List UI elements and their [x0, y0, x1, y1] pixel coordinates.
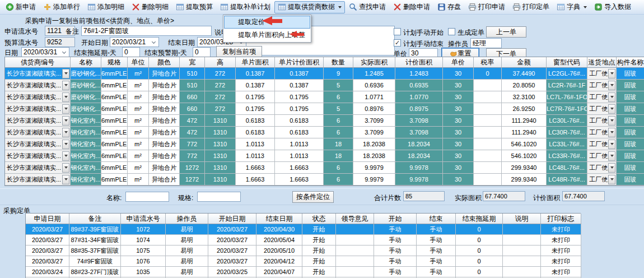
cell-piece-priced-area[interactable]: 0.6183	[275, 115, 324, 127]
combo-arrow-icon[interactable]	[608, 140, 615, 149]
cell-piece-priced-area[interactable]: 1.6663	[275, 162, 324, 174]
combo-arrow-icon[interactable]	[62, 128, 69, 137]
column-header-height[interactable]: 高	[205, 57, 236, 68]
cell-delivery-location[interactable]: 工厂使用	[587, 115, 617, 127]
cell-piece-area[interactable]: 0.6183	[236, 127, 275, 138]
cell-priced-area[interactable]: 3.7098	[395, 115, 443, 127]
previous-order-button[interactable]: 上一单	[486, 26, 526, 38]
cell-component-name[interactable]: 固玻	[617, 68, 644, 80]
cell-window-code[interactable]: LC33R-76#...	[547, 150, 587, 162]
cell-qty[interactable]: 18	[324, 138, 353, 150]
table-row[interactable]: 长沙市潇湘玻璃实...钢化室内...6mmPLE...m²异地合片7721310…	[5, 138, 643, 150]
table-row[interactable]: 长沙市潇湘玻璃实...磨砂钢化...6mmPLE...m²异地合片5102720…	[5, 80, 643, 91]
column-header-actual-area[interactable]: 实际面积	[353, 57, 395, 68]
combo-arrow-icon[interactable]	[608, 163, 615, 173]
cell-actual-area[interactable]: 0.6936	[353, 80, 395, 91]
table-row[interactable]: 长沙市潇湘玻璃实...钢化室内...6mmPLE...m²异地合片4721310…	[5, 127, 643, 138]
cell-piece-priced-area[interactable]: 1.0113	[275, 138, 324, 150]
cell-note[interactable]	[503, 256, 541, 267]
combo-arrow-icon[interactable]	[62, 151, 69, 161]
combo-arrow-icon[interactable]	[608, 81, 615, 90]
cell-height[interactable]: 272	[205, 80, 236, 91]
cell-start[interactable]: 手动	[374, 224, 417, 235]
combo-arrow-icon[interactable]	[62, 163, 69, 173]
cell-supplier[interactable]: 长沙市潇湘玻璃实...	[5, 115, 71, 127]
table-row[interactable]: 2020/03/2488#23-27F门顶玻1035易明2020/03/2520…	[26, 267, 580, 277]
cell-width[interactable]: 510	[180, 80, 205, 91]
chevron-down-icon[interactable]	[152, 39, 156, 43]
cell-window-code[interactable]: LC30R-76#...	[547, 127, 587, 138]
cell-piece-area[interactable]: 1.6663	[236, 174, 275, 186]
cell-piece-priced-area[interactable]: 0.1387	[275, 80, 324, 91]
cell-start[interactable]: 手动	[374, 267, 417, 277]
cell-note[interactable]	[503, 267, 541, 277]
column-header-component-name[interactable]: 构件名称	[617, 57, 644, 68]
cell-tax-rate[interactable]: 0	[474, 68, 502, 80]
column-header-qty[interactable]: 数量	[324, 57, 353, 68]
cell-amount[interactable]: 20.8050	[502, 80, 547, 91]
column-header-color[interactable]: 颜色	[149, 57, 180, 68]
cell-unit-price[interactable]: 30	[443, 162, 474, 174]
cell-print-flag[interactable]: 未打印	[541, 256, 581, 267]
column-header-serial-no[interactable]: 申请流水号	[121, 214, 166, 224]
cell-note[interactable]	[503, 224, 541, 235]
cell-delivery-location[interactable]: 工厂使用	[587, 68, 617, 80]
cell-component-name[interactable]: 固玻	[617, 103, 644, 115]
chevron-down-icon[interactable]	[62, 49, 66, 53]
cell-priced-area[interactable]: 1.2483	[395, 68, 443, 80]
locate-by-condition-button[interactable]: 按条件定位	[292, 191, 334, 203]
cell-serial-no[interactable]: 1074	[121, 235, 166, 245]
cell-spec[interactable]: 6mmPLE...	[101, 115, 128, 127]
column-header-apply-date[interactable]: 申请日期	[26, 214, 69, 224]
cell-print-flag[interactable]: 未打印	[541, 224, 581, 235]
cell-name[interactable]: 钢化室内...	[71, 138, 101, 150]
table-row[interactable]: 长沙市潇湘玻璃实...磨砂钢化...6mmPLE...m²异地合片6602720…	[5, 91, 643, 103]
name-filter-input[interactable]	[125, 192, 169, 202]
cell-name[interactable]: 磨砂钢化...	[71, 103, 101, 115]
cell-piece-area[interactable]: 1.0113	[236, 150, 275, 162]
cell-delivery-location[interactable]: 工厂使用	[587, 91, 617, 103]
cell-color[interactable]: 异地合片	[149, 174, 180, 186]
combo-arrow-icon[interactable]	[608, 175, 615, 184]
cell-amount[interactable]: 26.9250	[502, 103, 547, 115]
cell-width[interactable]: 660	[180, 91, 205, 103]
cell-start-date[interactable]: 2020/03/27	[208, 245, 256, 256]
cell-delivery-location[interactable]: 工厂使用	[587, 127, 617, 138]
cell-start-date[interactable]: 2020/03/27	[208, 235, 256, 245]
cell-width[interactable]: 660	[180, 103, 205, 115]
column-header-start[interactable]: 开始	[374, 214, 417, 224]
cell-unit-price[interactable]: 30	[443, 103, 474, 115]
cell-piece-area[interactable]: 0.1387	[236, 68, 275, 80]
column-header-end[interactable]: 结束	[417, 214, 456, 224]
cell-priced-area[interactable]: 18.2034	[395, 150, 443, 162]
column-header-spec[interactable]: 规格	[101, 57, 128, 68]
cell-priced-area[interactable]: 18.2034	[395, 138, 443, 150]
spec-filter-input[interactable]	[197, 192, 241, 202]
cell-delivery-location[interactable]: 工厂使用	[587, 80, 617, 91]
toolbar-button-print-order[interactable]: 打印定单	[509, 1, 553, 13]
cell-end-delay[interactable]: 0	[456, 267, 503, 277]
column-header-supplier[interactable]: 供货商编号	[5, 57, 71, 68]
cell-width[interactable]: 1272	[180, 162, 205, 174]
cell-unit[interactable]: m²	[128, 150, 149, 162]
cell-color[interactable]: 异地合片	[149, 138, 180, 150]
cell-name[interactable]: 钢化室内...	[71, 150, 101, 162]
cell-qty[interactable]: 6	[324, 127, 353, 138]
cell-unit-price[interactable]: 30	[443, 174, 474, 186]
toolbar-button-extract-supplier-data[interactable]: 提取供货商数据	[274, 1, 345, 13]
combo-arrow-icon[interactable]	[608, 104, 615, 114]
cell-spec[interactable]: 6mmPLE...	[101, 162, 128, 174]
column-header-piece-area[interactable]: 单片面积	[236, 57, 275, 68]
cell-unit-price[interactable]: 30	[443, 150, 474, 162]
cell-end-date[interactable]: 2020/05/04	[256, 235, 302, 245]
cell-piece-priced-area[interactable]: 1.0113	[275, 150, 324, 162]
column-header-end-delay[interactable]: 结束拖延期	[456, 214, 503, 224]
combo-arrow-icon[interactable]	[608, 92, 615, 102]
cell-tax-rate[interactable]	[474, 115, 502, 127]
cell-apply-date[interactable]: 2020/03/24	[26, 267, 69, 277]
cell-unit[interactable]: m²	[128, 127, 149, 138]
cell-operator[interactable]: 易明	[166, 267, 208, 277]
table-row[interactable]: 长沙市潇湘玻璃实...钢化室内...6mmPLE...m²异地合片1272131…	[5, 162, 643, 174]
combo-arrow-icon[interactable]	[62, 175, 69, 184]
cell-supplier[interactable]: 长沙市潇湘玻璃实...	[5, 127, 71, 138]
